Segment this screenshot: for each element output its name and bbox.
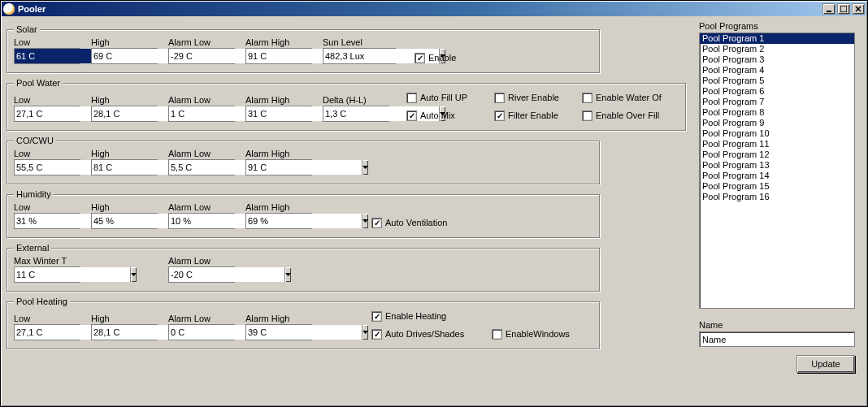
humidity-alarm-low-combo[interactable] (168, 213, 235, 229)
name-input[interactable] (699, 331, 855, 347)
checkbox-icon[interactable] (414, 53, 425, 63)
pool-heating-alarm-high-combo[interactable] (245, 324, 312, 340)
enable-windows-check[interactable]: EnableWindows (492, 327, 589, 340)
cocwu-alarm-high-combo[interactable] (245, 159, 312, 175)
group-pool-water-title: Pool Water (14, 78, 63, 88)
chevron-down-icon[interactable] (362, 214, 368, 228)
client-area: Solar Low High Alarm Low Alarm High Sun … (2, 16, 866, 405)
filter-enable-check[interactable]: Filter Enable (494, 109, 575, 122)
list-item[interactable]: Pool Program 3 (700, 54, 854, 65)
external-alarm-low-combo[interactable] (168, 266, 235, 283)
pool-water-low-combo[interactable] (14, 106, 80, 122)
checkbox-icon[interactable] (406, 93, 417, 103)
pool-water-alarm-low-combo[interactable] (168, 106, 235, 122)
programs-panel: Pool Programs Pool Program 1Pool Program… (694, 21, 861, 401)
list-item[interactable]: Pool Program 10 (700, 128, 854, 139)
external-max-winter-t-combo[interactable] (14, 266, 80, 283)
pool-water-delta-combo[interactable] (323, 106, 389, 122)
window-title: Pooler (18, 4, 46, 14)
chevron-down-icon[interactable] (362, 160, 368, 175)
checkbox-icon[interactable] (371, 218, 382, 228)
pool-heating-high-combo[interactable] (91, 324, 158, 340)
checkbox-icon[interactable] (494, 110, 505, 121)
update-button[interactable]: Update (796, 355, 855, 373)
group-solar: Solar Low High Alarm Low Alarm High Sun … (7, 24, 600, 73)
list-item[interactable]: Pool Program 14 (700, 171, 854, 181)
list-item[interactable]: Pool Program 5 (700, 76, 854, 86)
checkbox-icon[interactable] (371, 329, 382, 340)
checkbox-icon[interactable] (406, 110, 417, 121)
list-item[interactable]: Pool Program 7 (700, 97, 854, 107)
minimize-button[interactable] (822, 3, 835, 15)
programs-listbox[interactable]: Pool Program 1Pool Program 2Pool Program… (699, 32, 855, 309)
list-item[interactable]: Pool Program 13 (700, 160, 854, 171)
list-item[interactable]: Pool Program 12 (700, 149, 854, 160)
solar-sun-level-combo[interactable] (323, 48, 396, 64)
solar-alarm-low-combo[interactable] (168, 48, 235, 64)
cocwu-high-combo[interactable] (91, 159, 158, 175)
river-enable-check[interactable]: River Enable (494, 91, 575, 104)
checkbox-icon[interactable] (371, 311, 382, 322)
name-label: Name (699, 320, 861, 330)
checkbox-icon[interactable] (582, 93, 592, 103)
group-pool-heating: Pool Heating Low High Alarm Low Alarm Hi… (7, 297, 600, 349)
maximize-button[interactable] (837, 3, 850, 15)
checkbox-icon[interactable] (492, 329, 502, 340)
group-humidity: Humidity Low High Alarm Low Alarm High A… (7, 189, 600, 238)
title-bar: Pooler (2, 2, 866, 16)
group-external: External Max Winter T Alarm Low (7, 243, 600, 292)
solar-enable-check[interactable]: Enable (414, 51, 463, 64)
pool-heating-low-combo[interactable] (14, 324, 80, 340)
auto-drives-shades-check[interactable]: Auto Drives/Shades (371, 327, 485, 340)
close-button[interactable] (852, 3, 865, 15)
pool-heating-alarm-low-combo[interactable] (168, 324, 235, 340)
group-co-cwu: CO/CWU Low High Alarm Low Alarm High (7, 136, 600, 184)
list-item[interactable]: Pool Program 15 (700, 181, 854, 192)
group-solar-title: Solar (14, 24, 40, 34)
list-item[interactable]: Pool Program 4 (700, 65, 854, 76)
group-pool-heating-title: Pool Heating (14, 297, 70, 306)
humidity-low-combo[interactable] (14, 213, 80, 229)
auto-fill-up-check[interactable]: Auto Fill UP (406, 91, 488, 104)
svg-rect-0 (827, 11, 831, 12)
chevron-down-icon[interactable] (284, 267, 291, 282)
solar-high-combo[interactable] (91, 48, 158, 64)
list-item[interactable]: Pool Program 11 (700, 139, 854, 149)
enable-heating-check[interactable]: Enable Heating (371, 310, 485, 323)
humidity-high-combo[interactable] (91, 213, 158, 229)
checkbox-icon[interactable] (494, 93, 505, 103)
cocwu-alarm-low-combo[interactable] (168, 159, 235, 175)
settings-panel: Solar Low High Alarm Low Alarm High Sun … (7, 21, 694, 401)
solar-low-combo[interactable] (14, 48, 80, 64)
list-item[interactable]: Pool Program 6 (700, 86, 854, 97)
app-window: Pooler Solar Low High Alarm Low (0, 0, 868, 407)
enable-over-fill-check[interactable]: Enable Over Fill (582, 109, 663, 122)
checkbox-icon[interactable] (582, 110, 592, 121)
list-item[interactable]: Pool Program 16 (700, 192, 854, 202)
group-co-cwu-title: CO/CWU (14, 136, 56, 145)
group-external-title: External (14, 243, 51, 253)
chevron-down-icon[interactable] (130, 267, 137, 282)
humidity-alarm-high-combo[interactable] (245, 213, 312, 229)
cocwu-low-combo[interactable] (14, 159, 80, 175)
programs-label: Pool Programs (699, 21, 861, 31)
list-item[interactable]: Pool Program 1 (700, 33, 854, 44)
list-item[interactable]: Pool Program 2 (700, 44, 854, 54)
chevron-down-icon[interactable] (362, 325, 368, 340)
auto-ventilation-check[interactable]: Auto Ventilation (371, 216, 469, 229)
list-item[interactable]: Pool Program 8 (700, 107, 854, 118)
group-pool-water: Pool Water Low High Alarm Low Alarm High… (7, 78, 686, 131)
auto-mix-check[interactable]: Auto Mix (406, 109, 488, 122)
list-item[interactable]: Pool Program 9 (700, 118, 854, 128)
pool-water-alarm-high-combo[interactable] (245, 106, 312, 122)
group-humidity-title: Humidity (14, 189, 54, 199)
pool-water-high-combo[interactable] (91, 106, 158, 122)
svg-rect-1 (840, 6, 847, 12)
solar-alarm-high-combo[interactable] (245, 48, 312, 64)
app-icon (3, 3, 15, 15)
enable-water-of-check[interactable]: Enable Water Of (582, 91, 663, 104)
